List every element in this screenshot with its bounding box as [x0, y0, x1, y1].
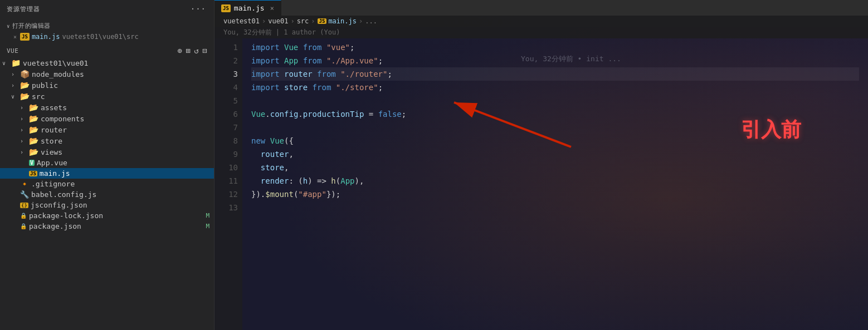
sidebar: 资源管理器 ··· ∨ 打开的编辑器 × JS main.js vuetest0…	[0, 0, 214, 330]
token: ,	[289, 147, 293, 161]
chevron-icon: ›	[11, 71, 20, 77]
line-number-5: 5	[219, 94, 238, 107]
token: false	[378, 107, 402, 121]
git-blame-bar: You, 32分钟前 | 1 author (You)	[214, 27, 868, 38]
token: import	[251, 67, 280, 81]
tree-item-vuetest01_vue01[interactable]: ∨📁vuetest01\vue01	[0, 57, 214, 68]
tree-item-store[interactable]: ›📂store	[0, 135, 214, 146]
file-icon: 🔧	[20, 190, 29, 199]
tree-label: babel.config.js	[31, 190, 214, 199]
chevron-icon: ›	[20, 116, 29, 122]
tree-label: jsconfig.json	[31, 201, 214, 209]
tree-item-package_lock[interactable]: 🔒package-lock.jsonM	[0, 210, 214, 221]
token: new	[251, 134, 265, 147]
code-content[interactable]: import Vue from "vue";import App from ".…	[242, 38, 868, 330]
file-icon: 📂	[29, 125, 38, 134]
tree-item-router[interactable]: ›📂router	[0, 124, 214, 135]
token: ;	[387, 67, 392, 81]
token: import	[251, 81, 280, 94]
tree-label: assets	[41, 104, 214, 112]
token: ({	[284, 134, 294, 147]
tree-label: main.js	[40, 169, 214, 178]
token	[373, 107, 378, 121]
line-numbers: 12345678910111213	[214, 38, 242, 330]
token: :	[289, 174, 293, 188]
tree-item-public[interactable]: ›📂public	[0, 80, 214, 91]
token: .	[265, 107, 270, 121]
token: h	[331, 174, 335, 188]
tree-label: node_modules	[32, 70, 214, 78]
tree-label: router	[41, 126, 214, 134]
chevron-icon: ∨	[11, 93, 20, 100]
vue-section-title: VUE ⊕ ⊞ ↺ ⊟	[0, 44, 214, 57]
token	[298, 41, 303, 54]
code-area: 12345678910111213 import Vue from "vue";…	[214, 38, 868, 330]
refresh-icon[interactable]: ↺	[194, 46, 199, 55]
new-folder-icon[interactable]: ⊞	[186, 46, 191, 55]
tree-item-node_modules[interactable]: ›📦node_modules	[0, 68, 214, 80]
token	[251, 147, 261, 161]
open-editors-title[interactable]: ∨ 打开的编辑器	[0, 20, 214, 32]
tab-close-icon[interactable]: ×	[270, 4, 274, 12]
breadcrumb-part-1[interactable]: vuetest01	[223, 17, 260, 25]
token: "./router"	[340, 67, 387, 81]
token: store	[261, 161, 284, 174]
token: Vue	[270, 134, 284, 147]
more-options-icon[interactable]: ···	[189, 3, 207, 14]
close-editor-icon[interactable]: ×	[13, 34, 17, 40]
file-icon: 📂	[29, 103, 38, 112]
tree-item-package_json[interactable]: 🔒package.jsonM	[0, 221, 214, 232]
open-file-name: main.js	[32, 33, 60, 41]
tree-badge: M	[206, 212, 209, 219]
breadcrumb-part-3[interactable]: src	[297, 17, 309, 25]
sidebar-title: 资源管理器	[7, 5, 40, 13]
tree-item-views[interactable]: ›📂views	[0, 146, 214, 157]
annotation-label: 引入前	[741, 116, 801, 144]
tree-label: store	[41, 137, 214, 145]
file-tree: VUE ⊕ ⊞ ↺ ⊟ ∨📁vuetest01\vue01›📦node_modu…	[0, 44, 214, 330]
new-file-icon[interactable]: ⊕	[177, 46, 182, 55]
chevron-icon: ›	[20, 105, 29, 111]
editor-area: JS main.js × vuetest01 › vue01 › src › J…	[214, 0, 868, 330]
token	[251, 174, 261, 188]
open-editor-item[interactable]: × JS main.js vuetest01\vue01\src	[0, 32, 214, 42]
tree-label: public	[32, 81, 214, 90]
tree-label: package-lock.json	[29, 211, 206, 220]
collapse-icon[interactable]: ⊟	[202, 46, 207, 55]
token: ;	[350, 41, 354, 54]
tree-item-babel_config[interactable]: 🔧babel.config.js	[0, 189, 214, 200]
token	[294, 174, 298, 188]
tree-item-jsconfig_json[interactable]: {}jsconfig.json	[0, 200, 214, 210]
token: ),	[355, 174, 364, 188]
tab-main-js[interactable]: JS main.js ×	[214, 0, 281, 16]
token: }).	[251, 188, 265, 201]
breadcrumb-sep-1: ›	[262, 17, 266, 25]
breadcrumb-filename[interactable]: main.js	[328, 17, 357, 25]
tree-label: components	[41, 115, 214, 123]
tree-item-main_js[interactable]: JSmain.js	[0, 168, 214, 179]
tree-actions: ⊕ ⊞ ↺ ⊟	[177, 46, 207, 55]
tree-item-gitignore[interactable]: 🔸.gitignore	[0, 179, 214, 189]
token: productionTip	[303, 107, 364, 121]
token: });	[326, 188, 340, 201]
js-badge: JS	[20, 33, 30, 41]
file-icon: 📁	[11, 58, 21, 67]
tree-label: App.vue	[37, 159, 214, 167]
tree-item-components[interactable]: ›📂components	[0, 113, 214, 124]
tree-item-App_vue[interactable]: VApp.vue	[0, 157, 214, 168]
tree-item-src[interactable]: ∨📂src	[0, 91, 214, 102]
token	[331, 81, 335, 94]
token: )	[308, 174, 312, 188]
tree-item-assets[interactable]: ›📂assets	[0, 102, 214, 113]
breadcrumb-part-2[interactable]: vue01	[268, 17, 288, 25]
token: .	[298, 107, 303, 121]
token	[280, 81, 284, 94]
code-line-10: store,	[251, 161, 859, 174]
line-number-10: 10	[219, 161, 238, 174]
line-number-9: 9	[219, 147, 238, 161]
chevron-icon: ∨	[2, 60, 11, 66]
vue-section-label: VUE	[7, 47, 18, 55]
file-icon: 🔒	[20, 213, 27, 219]
breadcrumb-js-icon: JS	[318, 18, 327, 24]
token: "#app"	[298, 188, 326, 201]
